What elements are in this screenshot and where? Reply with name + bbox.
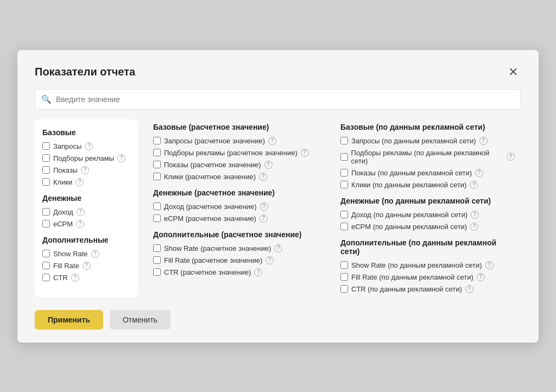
help-icon[interactable]: ? — [470, 223, 478, 231]
section-header: Дополнительные (расчетное значение) — [153, 230, 327, 239]
column-base: БазовыеЗапросы?Подборы рекламы?Показы?Кл… — [35, 119, 138, 297]
checkbox[interactable] — [42, 262, 50, 269]
list-item: Доход (расчетное значение)? — [153, 203, 327, 211]
help-icon[interactable]: ? — [264, 161, 273, 169]
help-icon[interactable]: ? — [471, 211, 479, 219]
checkbox-label: Подборы рекламы — [53, 154, 114, 162]
close-button[interactable]: ✕ — [505, 65, 521, 79]
checkbox[interactable] — [153, 203, 161, 210]
checkbox-label: Show Rate — [53, 250, 88, 258]
checkbox[interactable] — [153, 161, 161, 168]
checkbox-label: Показы — [53, 166, 78, 174]
checkbox[interactable] — [340, 273, 348, 281]
checkbox[interactable] — [42, 250, 50, 257]
modal-title: Показатели отчета — [35, 66, 135, 78]
help-icon[interactable]: ? — [85, 142, 93, 150]
checkbox[interactable] — [42, 220, 50, 227]
list-item: Клики (по данным рекламной сети)? — [340, 181, 515, 189]
checkbox[interactable] — [153, 268, 161, 276]
help-icon[interactable]: ? — [268, 137, 276, 145]
help-icon[interactable]: ? — [71, 274, 79, 282]
checkbox[interactable] — [42, 178, 50, 186]
section-header: Денежные — [42, 194, 130, 203]
list-item: Fill Rate (расчетное значение)? — [153, 256, 327, 264]
checkbox-label: CTR (расчетное значение) — [164, 268, 251, 276]
help-icon[interactable]: ? — [75, 178, 84, 186]
checkbox[interactable] — [340, 211, 348, 218]
list-item: Подборы рекламы (по данным рекламной сет… — [340, 149, 515, 165]
checkbox[interactable] — [153, 214, 161, 222]
list-item: Запросы? — [42, 142, 130, 150]
search-icon: 🔍 — [41, 94, 52, 104]
checkbox-label: Запросы (расчетное значение) — [164, 137, 265, 145]
checkbox-label: Клики (по данным рекламной сети) — [351, 181, 466, 189]
footer: Применить Отменить — [35, 310, 521, 330]
apply-button[interactable]: Применить — [35, 310, 103, 330]
checkbox-label: Show Rate (по данным рекламной сети) — [351, 261, 482, 269]
checkbox[interactable] — [42, 208, 50, 216]
checkbox-label: Доход (расчетное значение) — [164, 203, 257, 211]
checkbox[interactable] — [153, 256, 161, 264]
help-icon[interactable]: ? — [77, 208, 85, 216]
checkbox-label: Show Rate (расчетное значение) — [164, 244, 271, 252]
checkbox[interactable] — [340, 181, 348, 188]
checkbox[interactable] — [153, 244, 161, 252]
column-calculated: Базовые (расчетное значение)Запросы (рас… — [147, 119, 334, 297]
checkbox[interactable] — [340, 137, 348, 144]
help-icon[interactable]: ? — [91, 250, 99, 258]
section-header: Базовые (по данным рекламной сети) — [340, 123, 515, 131]
search-bar: 🔍 — [35, 89, 521, 110]
cancel-button[interactable]: Отменить — [110, 310, 170, 330]
section-header: Денежные (по данным рекламной сети) — [340, 197, 515, 205]
help-icon[interactable]: ? — [477, 273, 485, 281]
help-icon[interactable]: ? — [266, 256, 274, 264]
checkbox[interactable] — [340, 261, 348, 269]
checkbox-label: eCPM (расчетное значение) — [164, 214, 256, 223]
list-item: Показы (расчетное значение)? — [153, 161, 327, 169]
search-input[interactable] — [35, 89, 521, 110]
checkbox-label: Запросы (по данным рекламной сети) — [351, 137, 476, 145]
columns-area: БазовыеЗапросы?Подборы рекламы?Показы?Кл… — [35, 119, 521, 297]
help-icon[interactable]: ? — [301, 149, 309, 157]
list-item: Запросы (по данным рекламной сети)? — [340, 137, 515, 145]
checkbox[interactable] — [42, 142, 50, 150]
list-item: Доход (по данным рекламной сети)? — [340, 211, 515, 219]
help-icon[interactable]: ? — [470, 181, 478, 189]
checkbox[interactable] — [153, 173, 161, 180]
help-icon[interactable]: ? — [81, 166, 89, 174]
help-icon[interactable]: ? — [479, 137, 488, 145]
list-item: Показы (по данным рекламной сети)? — [340, 169, 515, 177]
checkbox[interactable] — [153, 137, 161, 144]
help-icon[interactable]: ? — [260, 214, 268, 223]
list-item: Show Rate? — [42, 250, 130, 258]
help-icon[interactable]: ? — [475, 169, 483, 177]
checkbox[interactable] — [340, 153, 348, 161]
help-icon[interactable]: ? — [76, 220, 84, 228]
section-header: Дополнительные — [42, 236, 130, 244]
checkbox[interactable] — [42, 166, 50, 174]
help-icon[interactable]: ? — [260, 203, 268, 211]
list-item: Fill Rate? — [42, 262, 130, 270]
checkbox[interactable] — [340, 285, 348, 293]
checkbox[interactable] — [153, 149, 161, 156]
help-icon[interactable]: ? — [485, 261, 494, 269]
checkbox-label: Подборы рекламы (расчетное значение) — [164, 149, 298, 157]
help-icon[interactable]: ? — [254, 268, 262, 276]
list-item: CTR (по данным рекламной сети)? — [340, 285, 515, 293]
help-icon[interactable]: ? — [274, 244, 282, 252]
help-icon[interactable]: ? — [83, 262, 91, 270]
checkbox-label: Fill Rate (расчетное значение) — [164, 256, 262, 264]
checkbox[interactable] — [340, 169, 348, 176]
checkbox-label: Показы (расчетное значение) — [164, 161, 261, 169]
checkbox[interactable] — [340, 223, 348, 230]
list-item: Запросы (расчетное значение)? — [153, 137, 327, 145]
help-icon[interactable]: ? — [259, 173, 267, 181]
checkbox[interactable] — [42, 154, 50, 162]
list-item: CTR (расчетное значение)? — [153, 268, 327, 276]
checkbox[interactable] — [42, 274, 50, 281]
help-icon[interactable]: ? — [117, 154, 125, 162]
list-item: Подборы рекламы (расчетное значение)? — [153, 149, 327, 157]
checkbox-label: Запросы — [53, 142, 81, 150]
help-icon[interactable]: ? — [465, 285, 473, 293]
help-icon[interactable]: ? — [507, 153, 515, 161]
